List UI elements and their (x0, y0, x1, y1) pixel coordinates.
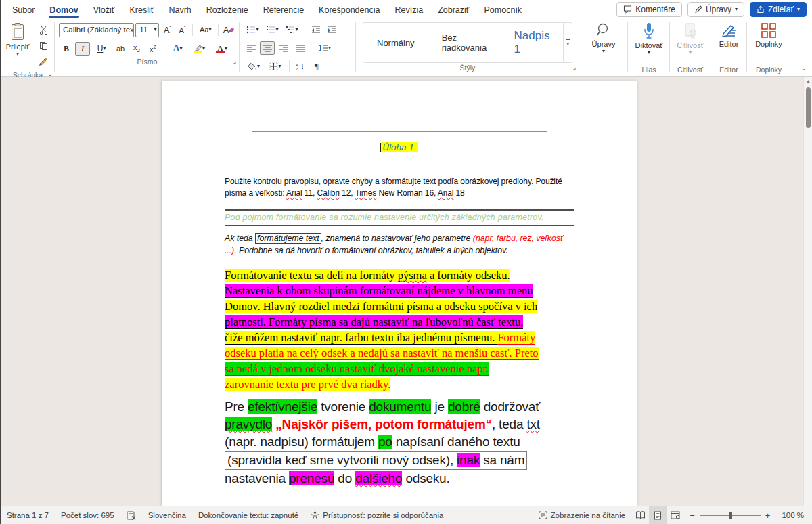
addins-button[interactable]: Doplnky (751, 20, 786, 49)
change-case-button[interactable]: Aa▾ (196, 23, 215, 37)
font-size-value: 11 (139, 26, 148, 34)
editing-mode-button[interactable]: Úpravy ▾ (687, 2, 744, 17)
decrease-indent-button[interactable] (309, 23, 323, 37)
subscript-button[interactable]: x2 (129, 42, 144, 56)
tab-vlozit[interactable]: Vložiť (86, 1, 122, 18)
zoom-level[interactable]: 100 % (775, 506, 812, 524)
final-paragraph: Pre efektívnejšie tvorenie dokumentu je … (225, 398, 574, 487)
scroll-up-icon[interactable]: ▲ (806, 79, 811, 83)
multilevel-list-button[interactable]: ▾ (283, 23, 301, 37)
tab-zobrazit[interactable]: Zobraziť (430, 1, 476, 18)
font-name-combobox[interactable]: Calibri (Základný tex▾ (59, 23, 134, 37)
numbered-list-icon (266, 26, 275, 34)
text-run: , znamená to nastavovať jeho parametre (321, 234, 473, 243)
share-label: Zdieľať (768, 5, 794, 14)
grow-font-button[interactable]: Aˆ (160, 23, 174, 37)
text-highlight-button[interactable]: ▾ (189, 42, 210, 56)
style-nadpis-1[interactable]: Nadpis 1 (501, 23, 564, 62)
bullets-button[interactable]: ▾ (244, 23, 262, 37)
sort-button[interactable]: AZ (293, 60, 308, 73)
paste-button[interactable]: Prilepiť ▾ (2, 20, 33, 58)
page-indicator[interactable]: Strana 1 z 7 (1, 506, 55, 524)
clipboard-group: Prilepiť ▾ Schránka⌟ (1, 19, 55, 76)
tab-domov[interactable]: Domov (42, 1, 85, 18)
styles-dialog-launcher[interactable]: ⌟ (573, 62, 576, 72)
text-line: Formátovanie textu sa delí na formáty pý… (225, 267, 574, 283)
language-indicator[interactable]: Slovenčina (142, 506, 192, 524)
tab-revizia[interactable]: Revízia (387, 1, 430, 18)
text-run: (napr. nadpisu) formátujem (225, 435, 378, 449)
proofing-status[interactable] (120, 506, 142, 524)
superscript-button[interactable]: x2 (145, 42, 160, 56)
text-line: sa nedá v jednom odseku nastaviť dvojaké… (225, 361, 574, 376)
copy-button[interactable] (36, 39, 51, 52)
zoom-slider-track[interactable] (700, 515, 761, 516)
bold-button[interactable]: B (59, 42, 74, 56)
addins-group-label: Doplnky (756, 66, 782, 74)
line-spacing-button[interactable]: ▾ (315, 41, 335, 55)
strikethrough-button[interactable]: ab (113, 42, 128, 56)
format-painter-button[interactable] (36, 54, 51, 68)
styles-gallery-more-button[interactable]: ▾ (563, 23, 572, 62)
numbering-button[interactable]: ▾ (263, 23, 281, 37)
font-color-button[interactable]: A ▾ (211, 42, 232, 56)
document-page[interactable]: Úloha 1. Použite kontrolu pravopisu, opr… (161, 81, 637, 506)
text-run: odseku platia na celý odsek a nedajú sa … (225, 347, 539, 360)
tab-kreslit[interactable]: Kresliť (122, 1, 162, 18)
zoom-in-button[interactable]: + (765, 511, 771, 520)
italic-button[interactable]: I (75, 42, 90, 56)
shrink-font-button[interactable]: Aˇ (175, 23, 189, 37)
ribbon-tabs: SúborDomovVložiťKresliťNávrhRozloženieRe… (1, 0, 529, 19)
style-bez-riadkovania[interactable]: Bez riadkovania (428, 23, 501, 62)
zoom-slider[interactable]: − + (684, 511, 775, 520)
print-layout-button[interactable] (649, 506, 667, 524)
vertical-scrollbar[interactable]: ▲ (803, 77, 812, 506)
collapse-ribbon-button[interactable]: ⌄ (801, 64, 807, 72)
reading-view-button[interactable]: Zobrazenie na čítanie (533, 506, 632, 524)
justify-button[interactable] (292, 41, 307, 55)
shading-button[interactable]: ▾ (244, 60, 264, 73)
text-predictions-indicator[interactable]: Dokončovanie textu: zapnuté (192, 506, 304, 524)
zoom-slider-thumb[interactable] (729, 512, 732, 519)
increase-indent-button[interactable] (325, 23, 340, 37)
read-mode-button[interactable] (631, 506, 649, 524)
text-line: Nastavenia k obom skupinám formátovaní n… (225, 283, 574, 299)
editor-button[interactable]: Editor (713, 20, 744, 49)
word-count[interactable]: Počet slov: 695 (55, 506, 120, 524)
underline-button[interactable]: U▾ (91, 42, 112, 56)
font-dialog-launcher[interactable]: ⌟ (233, 56, 236, 66)
zoom-out-button[interactable]: − (690, 511, 695, 520)
web-layout-button[interactable] (667, 506, 684, 524)
cut-button[interactable] (36, 23, 51, 37)
clear-formatting-button[interactable]: A (222, 23, 235, 37)
editing-menu-button[interactable]: Úpravy ▾ (588, 20, 620, 55)
dictate-button[interactable]: Diktovať ▾ (631, 20, 667, 56)
align-right-button[interactable] (276, 41, 291, 55)
text-run: txt (526, 417, 539, 431)
share-button[interactable]: Zdieľať ▾ (750, 2, 807, 17)
editor-label: Editor (719, 40, 739, 48)
tab-pomocnik[interactable]: Pomocník (477, 1, 530, 18)
tab-navrh[interactable]: Návrh (161, 1, 198, 18)
text-effects-button[interactable]: A▾ (168, 42, 187, 56)
scrollbar-thumb[interactable] (806, 87, 811, 128)
text-run: dalšieho (355, 471, 402, 485)
text-line: písma a veľkosti: Arial 11, Calibri 12, … (225, 188, 574, 199)
tab-korespondencia[interactable]: Korešpondencia (311, 1, 387, 18)
text-run: Arial (286, 188, 302, 198)
editing-group: Úpravy ▾ (579, 19, 628, 76)
comments-button[interactable]: Komentáre (616, 2, 682, 17)
tab-rozlozenie[interactable]: Rozloženie (199, 1, 256, 18)
font-size-combobox[interactable]: 11▾ (135, 23, 159, 37)
sensitivity-button[interactable]: Citlivosť ▾ (673, 20, 708, 56)
text-run: sa nedá v jednom odseku nastaviť dvojaké… (225, 362, 489, 376)
tab-referencie[interactable]: Referencie (256, 1, 311, 18)
align-left-button[interactable] (244, 41, 258, 55)
accessibility-status[interactable]: Prístupnosť: pozrite si odporúčania (304, 506, 449, 524)
tab-subor[interactable]: Súbor (5, 1, 42, 18)
borders-button[interactable]: ▾ (265, 60, 286, 73)
align-center-button[interactable] (260, 41, 275, 55)
paint-bucket-icon (248, 62, 257, 70)
style-normalny[interactable]: Normálny (363, 23, 428, 62)
show-formatting-marks-button[interactable]: ¶ (309, 60, 324, 73)
